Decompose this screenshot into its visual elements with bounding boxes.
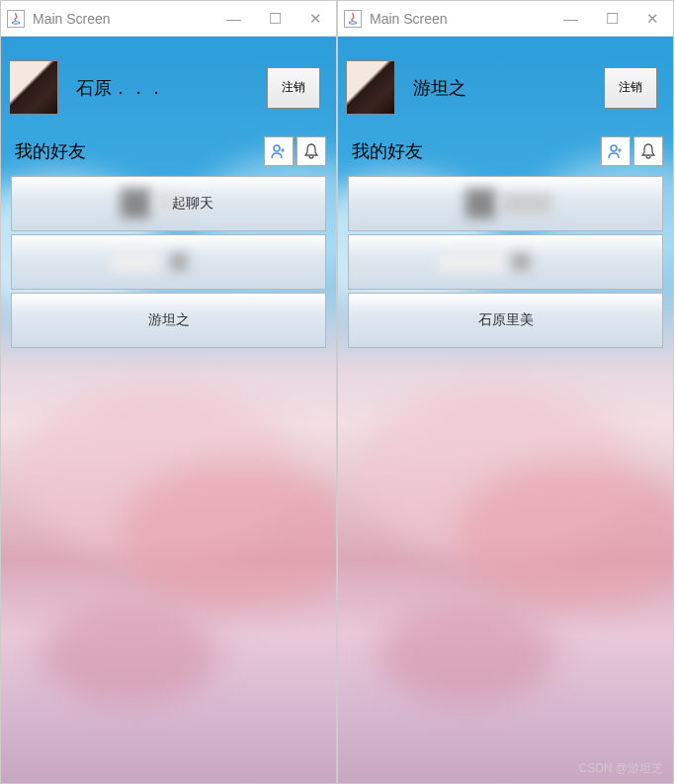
notification-button[interactable]	[633, 136, 663, 166]
svg-point-3	[611, 145, 617, 151]
bell-icon	[639, 142, 657, 160]
friend-list: 起聊天 游坦之	[1, 170, 336, 354]
svg-point-1	[274, 145, 280, 151]
window-title: Main Screen	[33, 11, 226, 27]
username-label: 游坦之	[413, 76, 604, 100]
maximize-button[interactable]: ☐	[606, 10, 619, 28]
svg-point-2	[349, 21, 357, 23]
friend-item[interactable]	[348, 234, 663, 290]
window-controls: — ☐ ✕	[563, 10, 667, 28]
friends-section-header: 我的好友	[338, 125, 673, 170]
friend-list: 石原里美	[338, 170, 673, 354]
friend-item[interactable]	[348, 176, 663, 231]
friends-section-header: 我的好友	[1, 125, 336, 170]
notification-button[interactable]	[296, 136, 326, 166]
maximize-button[interactable]: ☐	[269, 10, 282, 28]
user-header: 石原．．． 注销	[1, 37, 336, 125]
username-label: 石原．．．	[76, 76, 267, 100]
friend-item[interactable]: 石原里美	[348, 293, 663, 348]
section-title: 我的好友	[15, 139, 261, 163]
person-icon	[270, 142, 288, 160]
java-icon	[7, 10, 25, 28]
avatar[interactable]	[9, 60, 58, 115]
friend-label: 起聊天	[172, 195, 213, 213]
close-button[interactable]: ✕	[309, 10, 322, 28]
friend-label: 石原里美	[478, 311, 534, 329]
close-button[interactable]: ✕	[646, 10, 659, 28]
window-title: Main Screen	[370, 11, 563, 27]
add-friend-button[interactable]	[601, 136, 631, 166]
svg-point-0	[12, 21, 20, 23]
friend-item[interactable]	[11, 234, 326, 290]
avatar[interactable]	[346, 60, 395, 115]
bell-icon	[302, 142, 320, 160]
window-right: Main Screen — ☐ ✕ 游坦之 注销 我的好友	[337, 0, 674, 784]
logout-button[interactable]: 注销	[604, 67, 657, 109]
section-title: 我的好友	[352, 139, 598, 163]
content-area: 石原．．． 注销 我的好友 起聊天	[1, 37, 336, 783]
minimize-button[interactable]: —	[563, 10, 578, 28]
window-left: Main Screen — ☐ ✕ 石原．．． 注销 我的好友	[0, 0, 337, 784]
minimize-button[interactable]: —	[226, 10, 241, 28]
window-controls: — ☐ ✕	[226, 10, 330, 28]
titlebar: Main Screen — ☐ ✕	[1, 1, 336, 37]
titlebar: Main Screen — ☐ ✕	[338, 1, 673, 37]
friend-item[interactable]: 起聊天	[11, 176, 326, 231]
add-friend-button[interactable]	[264, 136, 294, 166]
logout-button[interactable]: 注销	[267, 67, 320, 109]
java-icon	[344, 10, 362, 28]
content-area: 游坦之 注销 我的好友	[338, 37, 673, 783]
friend-label: 游坦之	[148, 311, 190, 329]
user-header: 游坦之 注销	[338, 37, 673, 125]
person-icon	[607, 142, 625, 160]
watermark: CSDN @游坦芝	[578, 760, 663, 777]
friend-item[interactable]: 游坦之	[11, 293, 326, 348]
